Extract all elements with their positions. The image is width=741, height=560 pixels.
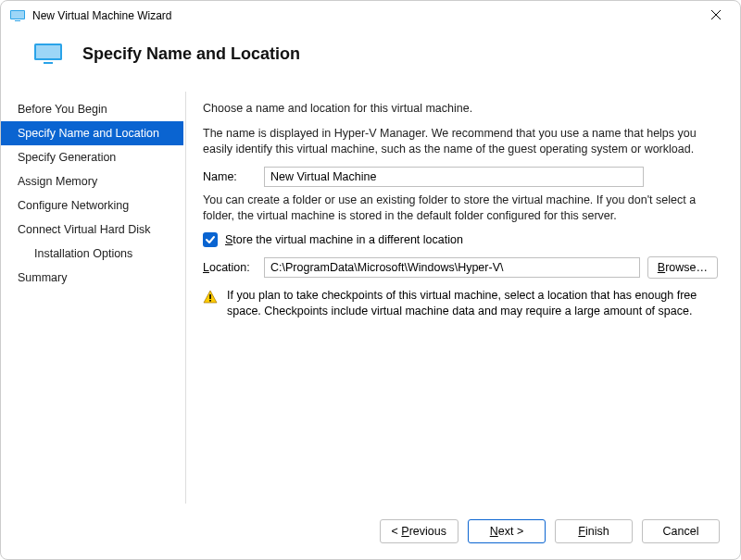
monitor-icon	[34, 44, 62, 64]
wizard-footer: < Previous Next > Finish Cancel	[1, 504, 740, 559]
wizard-step-item[interactable]: Before You Begin	[1, 97, 183, 121]
svg-rect-6	[209, 294, 211, 299]
browse-button[interactable]: Browse…	[647, 256, 718, 279]
svg-rect-1	[11, 11, 24, 19]
previous-button[interactable]: < Previous	[380, 519, 458, 543]
wizard-content: Choose a name and location for this virt…	[186, 92, 731, 504]
location-label: Location:	[203, 261, 257, 274]
name-label: Name:	[203, 170, 257, 183]
vm-name-input[interactable]	[264, 167, 644, 187]
wizard-step-item[interactable]: Summary	[1, 266, 183, 290]
titlebar: New Virtual Machine Wizard	[1, 1, 740, 31]
store-different-location-label: Store the virtual machine in a different…	[225, 233, 463, 246]
svg-rect-4	[36, 45, 60, 58]
wizard-step-item[interactable]: Connect Virtual Hard Disk	[1, 218, 183, 242]
folder-explain-text: You can create a folder or use an existi…	[203, 193, 718, 224]
wizard-steps-sidebar: Before You BeginSpecify Name and Locatio…	[1, 92, 186, 504]
next-button[interactable]: Next >	[468, 519, 546, 543]
store-different-location-checkbox[interactable]	[203, 232, 218, 247]
warning-row: If you plan to take checkpoints of this …	[203, 288, 718, 319]
name-row: Name:	[203, 167, 718, 187]
svg-rect-7	[209, 300, 211, 302]
wizard-step-item[interactable]: Specify Name and Location	[1, 121, 183, 145]
svg-rect-2	[15, 20, 20, 21]
warning-icon	[203, 290, 218, 305]
wizard-step-item[interactable]: Specify Generation	[1, 145, 183, 169]
intro-text: Choose a name and location for this virt…	[203, 101, 718, 117]
cancel-button[interactable]: Cancel	[642, 519, 720, 543]
wizard-step-item[interactable]: Assign Memory	[1, 169, 183, 193]
titlebar-left: New Virtual Machine Wizard	[10, 9, 172, 22]
wizard-body: Before You BeginSpecify Name and Locatio…	[1, 92, 740, 504]
name-explain-text: The name is displayed in Hyper-V Manager…	[203, 126, 718, 157]
close-button[interactable]	[705, 8, 727, 23]
svg-rect-5	[44, 62, 53, 64]
wizard-header: Specify Name and Location	[1, 31, 740, 92]
monitor-icon	[10, 10, 25, 21]
finish-button[interactable]: Finish	[555, 519, 633, 543]
wizard-step-item[interactable]: Configure Networking	[1, 193, 183, 218]
wizard-step-item[interactable]: Installation Options	[1, 242, 183, 266]
location-input[interactable]	[264, 257, 640, 278]
location-row: Location: Browse…	[203, 256, 718, 279]
window-title: New Virtual Machine Wizard	[32, 9, 172, 22]
page-title: Specify Name and Location	[82, 44, 300, 64]
wizard-window: New Virtual Machine Wizard Specify Name …	[0, 0, 741, 560]
store-different-location-checkbox-row: Store the virtual machine in a different…	[203, 232, 718, 247]
warning-text: If you plan to take checkpoints of this …	[227, 288, 718, 319]
